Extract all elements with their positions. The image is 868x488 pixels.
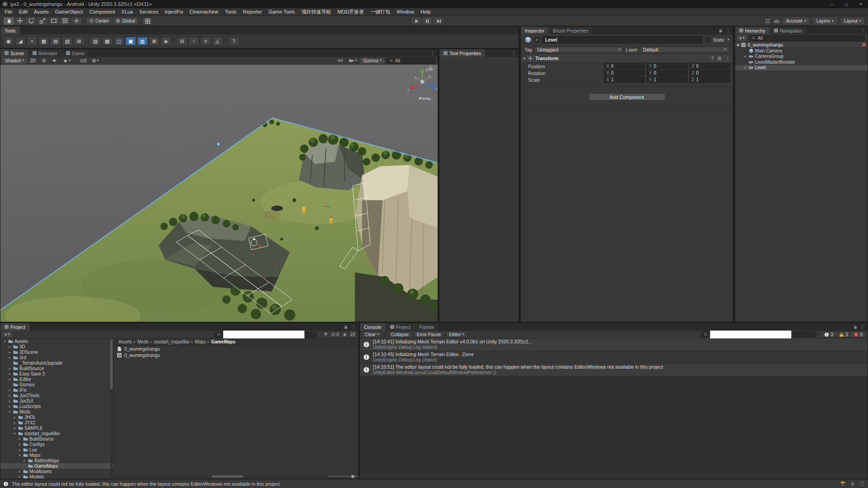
scene-camera-dropdown[interactable]: ▾ [347,58,359,64]
expand-arrow-icon[interactable]: ▸ [8,345,12,349]
panel-menu-icon[interactable]: ⋮ [351,324,356,330]
expand-arrow-icon[interactable]: ▸ [13,415,17,419]
static-checkbox[interactable] [705,38,710,42]
terrain-tool-button[interactable]: ⊟ [177,37,188,46]
transform-component-header[interactable]: ▾ Transform ? ⋮ [521,54,733,63]
background-progress-icon[interactable] [859,481,865,487]
expand-arrow-icon[interactable]: ▸ [8,372,12,376]
folder-tree-item[interactable]: ▸ JHOL [0,414,113,420]
menu-item[interactable]: Game Tools [265,8,298,16]
type-filter-icon[interactable] [323,332,328,337]
tag-dropdown[interactable]: Untagged▾ [534,47,623,53]
breadcrumb-item[interactable]: xiastart_roguelike [154,339,189,344]
folder-tree-item[interactable]: ▸ Lua [0,447,113,452]
folder-tree-item[interactable]: ▸ Jyx2Tools [0,393,113,398]
folder-tree-item[interactable]: ▾ Mods [0,409,113,414]
expand-arrow-icon[interactable]: ▸ [8,377,12,381]
file-row[interactable]: 0_wumingshangu [114,352,358,358]
create-asset-button[interactable]: +▾ [2,332,12,338]
measure-toggle[interactable] [336,58,345,64]
expand-arrow-icon[interactable]: ▸ [8,356,12,360]
z-field[interactable]: Z0 [689,70,730,76]
clear-button[interactable]: Clear▾ [362,331,382,338]
lighting-toggle[interactable] [39,58,48,64]
notifications-bell-icon[interactable] [850,481,855,487]
error-pause-toggle[interactable]: Error Pause [414,331,444,338]
expand-arrow-icon[interactable]: ▸ [18,469,22,474]
tab-tools[interactable]: Tools [0,27,20,34]
folder-tree-item[interactable]: _TerrainAutoUpgrade [0,360,113,366]
folder-tree-item[interactable]: ▸ BuildSource [0,436,113,441]
inspector-tab[interactable]: Brush Properties [549,27,592,34]
panel-menu-icon[interactable]: ⋮ [511,50,516,56]
menu-item[interactable]: Edit [16,8,31,16]
project-tree-scrollbar[interactable] [110,339,113,477]
terrain-tool-button[interactable]: ▤ [50,37,61,46]
terrain-tool-button[interactable]: ▦ [38,37,49,46]
folder-tree-item[interactable]: ▾ Assets [0,338,113,344]
terrain-tool-button[interactable]: ⊠ [149,37,160,46]
play-button[interactable] [410,17,422,25]
folder-tree-item[interactable]: ▸ SAMPLE [0,425,113,431]
warning-filter-badge[interactable]: 3 [836,331,851,338]
light-probe-dot[interactable] [217,143,220,145]
project-search-input[interactable] [223,330,305,339]
tab-tool-properties[interactable]: Tool Properties [439,49,485,57]
breadcrumb-item[interactable]: Mods [137,339,148,344]
console-search-input[interactable] [710,330,792,339]
custom-tool-button[interactable] [71,17,82,25]
slider-knob[interactable] [351,475,354,478]
menu-item[interactable]: File [1,8,16,16]
scene-view-tab[interactable]: Scene [0,49,28,57]
folder-tree-item[interactable]: GameMaps [0,463,113,469]
panel-menu-icon[interactable]: ⋮ [860,324,865,330]
create-object-button[interactable]: +▾ [737,35,747,41]
hierarchy-tab[interactable]: Navigation [770,27,807,34]
expand-arrow-icon[interactable]: ▸ [23,459,27,463]
add-component-button[interactable]: Add Component [589,93,665,101]
hierarchy-item[interactable]: ▸ Level [735,65,868,71]
error-filter-badge[interactable]: 0 [851,331,866,338]
folder-tree-item[interactable]: ▸ ModAssets [0,469,113,474]
expand-arrow-icon[interactable]: ▸ [18,442,22,446]
gizmos-dropdown[interactable]: Gizmos▾ [360,58,384,64]
services-icon[interactable] [765,18,771,24]
folder-tree-item[interactable]: ▸ LuaScripts [0,404,113,409]
scrollbar-thumb[interactable] [110,339,113,389]
folder-tree-item[interactable]: Gizmos [0,382,113,387]
scene-status-icon[interactable] [862,43,866,47]
folder-tree-item[interactable]: ▸ Editor [0,376,113,382]
projection-label[interactable]: Persp [420,96,431,101]
terrain-tool-button[interactable]: ◈ [160,37,171,46]
expand-arrow-icon[interactable]: ▸ [18,448,22,452]
expand-arrow-icon[interactable]: ▾ [8,410,12,414]
expand-arrow-icon[interactable]: ▸ [8,404,12,408]
folder-tree-item[interactable]: ▸ Models [0,474,113,479]
hidden-objects-toggle[interactable]: ∅0 [78,58,88,64]
expand-arrow-icon[interactable]: ▸ [18,437,22,441]
menu-item[interactable]: Help [417,8,434,16]
layout-dropdown[interactable]: Layout▾ [840,17,865,25]
expand-arrow-icon[interactable]: ▸ [8,350,12,354]
shading-mode-dropdown[interactable]: Shaded▾ [2,58,27,64]
menu-item[interactable]: Window [393,8,417,16]
x-field[interactable]: X1 [604,77,645,83]
folder-tree-item[interactable]: ▸ JYX2 [0,420,113,425]
hierarchy-tab[interactable]: Hierarchy [735,27,769,34]
hidden-count[interactable]: ∅ 0 [331,332,339,337]
terrain-tool-button[interactable]: ◉ [3,37,14,46]
terrain-tool-button[interactable]: ≡ [200,37,211,46]
panel-menu-icon[interactable]: ⋮ [860,28,865,33]
presets-icon[interactable] [717,56,722,61]
rect-tool-button[interactable] [48,17,60,25]
static-dropdown-icon[interactable]: ▾ [727,38,729,42]
expand-arrow-icon[interactable]: ▸ [743,66,747,70]
pivot-toggle-button[interactable]: Center [85,17,113,25]
expand-arrow-icon[interactable]: ▸ [13,426,17,430]
lock-icon[interactable] [344,325,348,329]
folder-tree-item[interactable]: ▸ Configs [0,441,113,447]
lock-icon[interactable] [853,325,858,329]
view-tool-button[interactable] [3,17,14,25]
pause-button[interactable] [422,17,433,25]
z-field[interactable]: Z1 [689,77,730,83]
